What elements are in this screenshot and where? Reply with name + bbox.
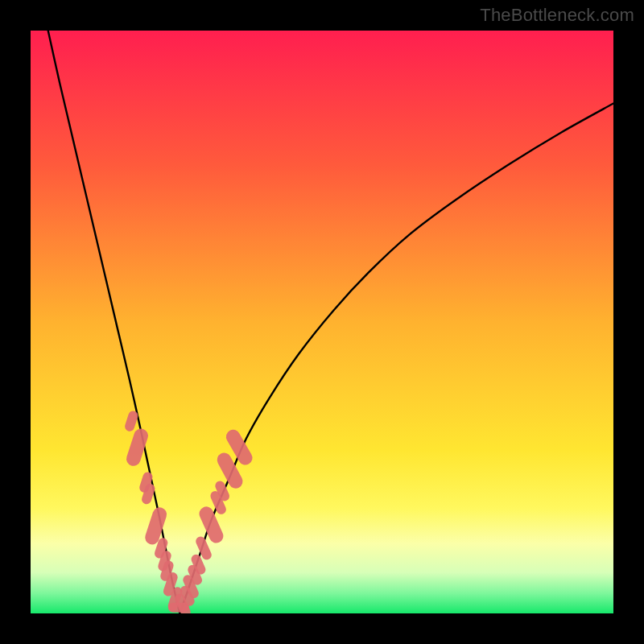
watermark-text: TheBottleneck.com — [480, 5, 634, 26]
bottleneck-curve — [31, 31, 613, 613]
plot-area — [31, 31, 613, 613]
curve-right-branch — [180, 104, 613, 614]
curve-left-branch — [48, 31, 180, 613]
chart-frame: TheBottleneck.com — [0, 0, 644, 644]
